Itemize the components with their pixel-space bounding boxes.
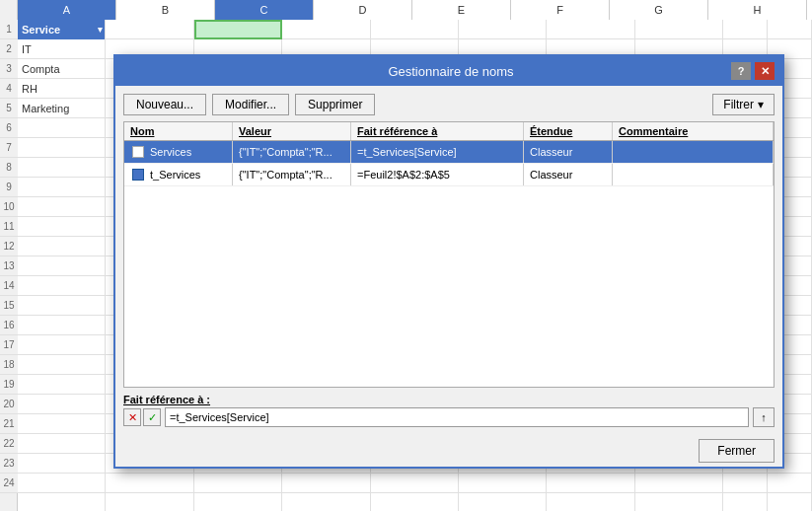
row-num-4: 4: [0, 79, 18, 99]
cell-d1[interactable]: [282, 20, 370, 39]
names-cell-comment-1: [613, 141, 774, 163]
column-headers: A B C D E F G H I J: [18, 0, 812, 20]
col-header-c: C: [215, 0, 314, 20]
row-num-24: 24: [0, 474, 18, 493]
row-num-17: 17: [0, 335, 18, 355]
row-num-18: 18: [0, 355, 18, 375]
col-header-nom: Nom: [124, 122, 233, 140]
col-header-d: D: [314, 0, 412, 20]
row-num-20: 20: [0, 395, 18, 414]
names-cell-ref-2: =Feuil2!$A$2:$A$5: [351, 164, 524, 185]
names-row-services[interactable]: Services {"IT";"Compta";"R... =t_Service…: [124, 141, 774, 164]
row-num-12: 12: [0, 237, 18, 256]
cell-c1[interactable]: [194, 20, 283, 39]
names-cell-val-1: {"IT";"Compta";"R...: [233, 141, 351, 163]
row-num-2: 2: [0, 39, 18, 59]
cell-b1[interactable]: [106, 20, 193, 39]
table-row: [18, 493, 812, 511]
row-num-9: 9: [0, 178, 18, 197]
row-num-15: 15: [0, 296, 18, 316]
row-num-23: 23: [0, 454, 18, 474]
dialog-footer: Fermer: [115, 435, 782, 467]
names-cell-nom-1: Services: [124, 141, 233, 163]
close-fermer-button[interactable]: Fermer: [699, 439, 775, 463]
filter-button[interactable]: Filtrer ▾: [712, 94, 775, 115]
table-icon-2: [130, 167, 146, 182]
row-header-col: 1 2 3 4 5 6 7 8 9 10 11 12 13 14 15 16 1…: [0, 0, 18, 511]
dialog-title-icons: ? ✕: [731, 62, 775, 80]
cell-a1-dropdown[interactable]: ▾: [98, 25, 105, 35]
row-num-8: 8: [0, 158, 18, 178]
col-header-etendue: Étendue: [524, 122, 613, 140]
dialog-toolbar: Nouveau... Modifier... Supprimer Filtrer…: [123, 94, 775, 115]
cell-i1[interactable]: [723, 20, 768, 39]
col-header-fait-ref: Fait référence à: [351, 122, 524, 140]
ref-input-field[interactable]: [165, 407, 749, 427]
dialog-body: Nouveau... Modifier... Supprimer Filtrer…: [115, 86, 782, 435]
row-num-19: 19: [0, 375, 18, 395]
names-cell-comment-2: [613, 164, 774, 185]
names-cell-ref-1: =t_Services[Service]: [351, 141, 524, 163]
dialog-title-bar: Gestionnaire de noms ? ✕: [115, 56, 782, 86]
table-row: [18, 474, 812, 493]
names-table: Nom Valeur Fait référence à Étendue Comm…: [123, 121, 775, 388]
names-table-body: Services {"IT";"Compta";"R... =t_Service…: [124, 141, 774, 186]
dialog-title: Gestionnaire de noms: [171, 64, 731, 79]
row-num-22: 22: [0, 434, 18, 454]
cell-a4[interactable]: RH: [18, 79, 106, 99]
ref-label: Fait référence à :: [123, 394, 775, 405]
cell-h1[interactable]: [635, 20, 723, 39]
delete-button[interactable]: Supprimer: [295, 94, 375, 115]
table-icon-1: [130, 144, 146, 160]
new-button[interactable]: Nouveau...: [123, 94, 206, 115]
ref-confirm-button[interactable]: ✓: [143, 408, 161, 426]
cell-a3[interactable]: Compta: [18, 59, 106, 79]
table-row: Service ▾: [18, 20, 812, 39]
ref-input-row: ✕ ✓ ↑: [123, 407, 775, 427]
row-num-11: 11: [0, 217, 18, 237]
names-cell-etendue-1: Classeur: [524, 141, 613, 163]
names-row-t-services[interactable]: t_Services {"IT";"Compta";"R... =Feuil2!…: [124, 164, 774, 186]
filter-arrow-icon: ▾: [758, 98, 764, 111]
row-num-7: 7: [0, 138, 18, 158]
col-header-h: H: [708, 0, 807, 20]
help-button[interactable]: ?: [731, 62, 751, 80]
cell-g1[interactable]: [547, 20, 634, 39]
names-table-header: Nom Valeur Fait référence à Étendue Comm…: [124, 122, 774, 141]
filter-label: Filtrer: [723, 98, 754, 111]
row-num-16: 16: [0, 316, 18, 335]
col-header-e: E: [412, 0, 511, 20]
row-num-13: 13: [0, 256, 18, 276]
row-num-10: 10: [0, 197, 18, 217]
cell-j1[interactable]: [768, 20, 812, 39]
col-header-a: A: [18, 0, 116, 20]
row-num-14: 14: [0, 276, 18, 296]
col-header-i: I: [807, 0, 812, 20]
col-header-valeur: Valeur: [233, 122, 351, 140]
edit-button[interactable]: Modifier...: [212, 94, 289, 115]
names-cell-etendue-2: Classeur: [524, 164, 613, 185]
col-header-commentaire: Commentaire: [613, 122, 774, 140]
names-cell-val-2: {"IT";"Compta";"R...: [233, 164, 351, 185]
ref-cancel-button[interactable]: ✕: [123, 408, 141, 426]
dialog-close-button[interactable]: ✕: [755, 62, 775, 80]
ref-icons: ✕ ✓: [123, 408, 161, 426]
cell-f1[interactable]: [459, 20, 547, 39]
ref-expand-button[interactable]: ↑: [753, 407, 775, 427]
cell-a5[interactable]: Marketing: [18, 99, 106, 118]
row-num-5: 5: [0, 99, 18, 118]
col-header-g: G: [610, 0, 708, 20]
row-num-21: 21: [0, 414, 18, 434]
names-cell-nom-2: t_Services: [124, 164, 233, 185]
cell-e1[interactable]: [371, 20, 459, 39]
ref-footer: Fait référence à : ✕ ✓ ↑: [123, 394, 775, 427]
row-num-6: 6: [0, 118, 18, 138]
cell-a1[interactable]: Service ▾: [18, 20, 106, 39]
row-num-1: 1: [0, 20, 18, 39]
col-header-b: B: [116, 0, 215, 20]
cell-a1-value: Service: [22, 24, 60, 36]
name-manager-dialog: Gestionnaire de noms ? ✕ Nouveau... Modi…: [113, 54, 784, 469]
row-num-3: 3: [0, 59, 18, 79]
col-header-f: F: [511, 0, 610, 20]
cell-a2[interactable]: IT: [18, 39, 106, 59]
